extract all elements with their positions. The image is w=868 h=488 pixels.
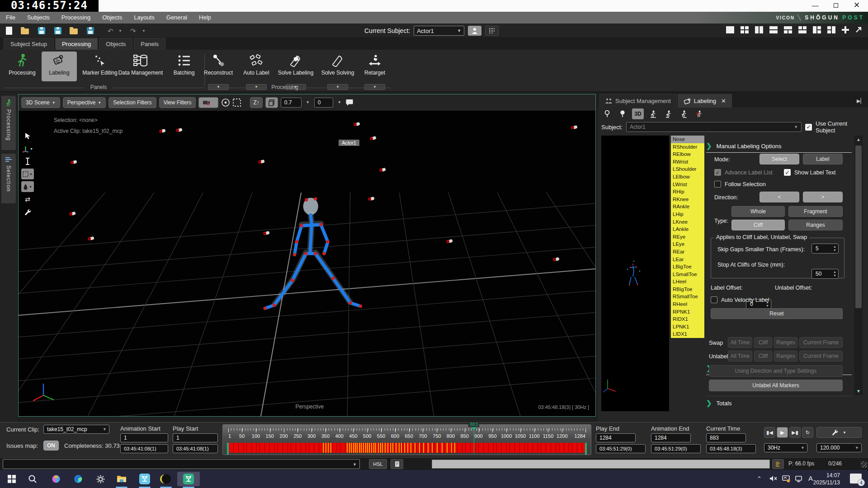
skip-gaps-input[interactable]: 5▲▼ <box>811 244 839 253</box>
marquee-icon[interactable] <box>233 99 241 107</box>
layout-two-horizontal-icon[interactable] <box>769 26 778 33</box>
swap-current-frame-button[interactable]: Current Frame <box>799 337 843 348</box>
marker-label-item[interactable]: LElbow <box>671 173 704 181</box>
swap-cliff-button[interactable]: Cliff <box>754 337 772 348</box>
ribbon-auto-label-button[interactable]: Auto Label ▼ <box>239 52 274 81</box>
reset-button[interactable]: Reset <box>711 308 843 319</box>
redo-icon[interactable]: ↷ <box>130 27 139 36</box>
marker-label-item[interactable]: RShoulder <box>671 143 704 151</box>
mocap-marker[interactable] <box>258 160 264 164</box>
ribbon-solve-labeling-button[interactable]: Solve Labeling ▼ <box>275 52 316 81</box>
ribbon-data-management-button[interactable]: Data Management <box>116 52 165 81</box>
network-icon[interactable] <box>795 475 803 483</box>
menu-item[interactable]: Processing <box>56 12 96 23</box>
marker-label-item[interactable]: RElbow <box>671 150 704 158</box>
play-start-timecode-field[interactable]: 03:45:41:08(1) <box>173 444 218 453</box>
layout-single-icon[interactable] <box>726 26 734 33</box>
marker-tool-icon[interactable] <box>601 108 613 119</box>
camera-visibility-button[interactable] <box>198 97 218 108</box>
camera-dropdown[interactable]: Perspective▼ <box>63 97 106 108</box>
animation-start-timecode-field[interactable]: 03:45:41:08(1) <box>120 444 168 453</box>
tab-objects[interactable]: Objects <box>99 38 132 50</box>
unlabel-cliff-button[interactable]: Cliff <box>754 351 772 361</box>
z-up-button[interactable]: Z↑ <box>250 97 262 108</box>
play-start-frame-field[interactable]: 1 <box>173 433 218 442</box>
labeling-3d-preview[interactable] <box>601 136 669 411</box>
marker-label-item[interactable]: RSmallToe <box>671 293 704 300</box>
marker-label-item[interactable]: REar <box>671 248 704 256</box>
mocap-marker[interactable] <box>571 126 577 129</box>
open-file-icon[interactable] <box>21 26 30 35</box>
timeline-issues-track[interactable] <box>228 443 585 453</box>
marker-size-dropdown[interactable]: ▼ <box>304 98 311 108</box>
timeline[interactable]: 1501001502002503003504004505005506006507… <box>222 424 591 455</box>
menu-item[interactable]: Subjects <box>21 12 56 23</box>
marker-label-item[interactable]: LEye <box>671 240 704 248</box>
ribbon-retarget-button[interactable]: Retarget ▼ <box>359 52 391 81</box>
mocap-marker[interactable] <box>379 168 386 172</box>
minimize-button[interactable]: — <box>805 0 826 12</box>
type-fragment-button[interactable]: Fragment <box>788 206 843 217</box>
mode-select-button[interactable]: Select <box>760 154 799 164</box>
go-to-end-button[interactable]: ▶▮ <box>789 427 801 438</box>
play-button[interactable]: ▶ <box>777 427 788 438</box>
delete-figure-icon[interactable] <box>693 108 705 119</box>
play-end-timecode-field[interactable]: 03:45:51:29(0) <box>596 444 646 453</box>
tab-subject-management[interactable]: Subject Management <box>599 94 677 108</box>
playback-speed-dropdown[interactable]: 120.000▼ <box>816 443 862 452</box>
manual-labeling-options-header[interactable]: ❯ Manual Labeling Options <box>706 142 852 150</box>
ribbon-labeling-button[interactable]: Labeling <box>42 52 77 81</box>
go-to-start-button[interactable]: ▮◀ <box>764 427 775 438</box>
swap-ranges-button[interactable]: Ranges <box>774 337 797 348</box>
unlabel-ranges-button[interactable]: Ranges <box>774 351 797 361</box>
layout-top-split-icon[interactable] <box>784 26 792 33</box>
cast-status-icon[interactable] <box>782 475 790 483</box>
save-icon[interactable] <box>37 26 46 35</box>
layout-bottom-split-icon[interactable] <box>798 26 807 33</box>
ibeam-tool-button[interactable] <box>21 156 34 167</box>
layout-two-vertical-icon[interactable] <box>755 26 763 33</box>
dropper-tool-button[interactable]: ▼ <box>21 181 34 192</box>
menu-item[interactable]: Layouts <box>128 12 160 23</box>
marker-label-item[interactable]: RHip <box>671 188 704 196</box>
totals-header[interactable]: ❯ Totals <box>706 396 852 407</box>
undo-dropdown-icon[interactable]: ▼ <box>118 29 127 38</box>
marker-label-item[interactable]: Nose <box>671 136 704 143</box>
close-button[interactable]: ✕ <box>846 0 867 12</box>
mocap-marker[interactable] <box>176 128 182 132</box>
options-scrollbar[interactable]: ▲ ▼ <box>854 136 863 395</box>
frame-offset-input[interactable]: 0 <box>314 98 333 108</box>
scroll-down-icon[interactable]: ▼ <box>854 389 863 394</box>
3d-mode-button[interactable]: 3D <box>632 108 644 119</box>
marker-label-item[interactable]: REye <box>671 233 704 241</box>
ime-indicator[interactable]: A <box>808 474 813 482</box>
type-whole-button[interactable]: Whole <box>731 206 785 217</box>
marker-label-item[interactable]: RHeel <box>671 300 704 308</box>
menu-item[interactable]: Objects <box>96 12 128 23</box>
tab-processing[interactable]: Processing <box>55 38 98 50</box>
mode-label-button[interactable]: Label <box>803 154 843 164</box>
task-list-button[interactable] <box>772 459 784 469</box>
timeline-ruler[interactable]: 1501001502002503003504004505005506006507… <box>228 428 585 441</box>
direction-prev-button[interactable]: < <box>760 192 799 202</box>
dock-tab-processing[interactable]: Processing <box>1 96 16 150</box>
shogun-post-taskbar-icon[interactable] <box>177 472 200 486</box>
marker-label-item[interactable]: LAnkle <box>671 225 704 233</box>
skeleton-actor[interactable] <box>249 190 399 367</box>
animation-start-frame-field[interactable]: 1 <box>120 433 168 442</box>
redo-dropdown-icon[interactable]: ▼ <box>142 29 151 38</box>
file-explorer-icon[interactable] <box>113 472 131 486</box>
menu-item[interactable]: Help <box>193 12 217 23</box>
resize-grip[interactable] <box>861 461 867 468</box>
edge-browser-icon[interactable] <box>69 472 87 486</box>
mocap-marker[interactable] <box>370 136 376 140</box>
marker-filled-tool-icon[interactable] <box>617 108 628 119</box>
auto-velocity-checkbox[interactable] <box>711 296 717 303</box>
scroll-up-icon[interactable]: ▲ <box>854 137 863 142</box>
play-end-frame-field[interactable]: 1284 <box>596 433 636 442</box>
subject-dropdown[interactable]: Actor1▼ <box>626 122 802 132</box>
scene-type-dropdown[interactable]: 3D Scene▼ <box>21 97 60 108</box>
marker-size-input[interactable]: 0.7 <box>281 98 302 108</box>
marker-label-item[interactable]: RAnkle <box>671 203 704 211</box>
script-log-button[interactable] <box>391 459 403 469</box>
